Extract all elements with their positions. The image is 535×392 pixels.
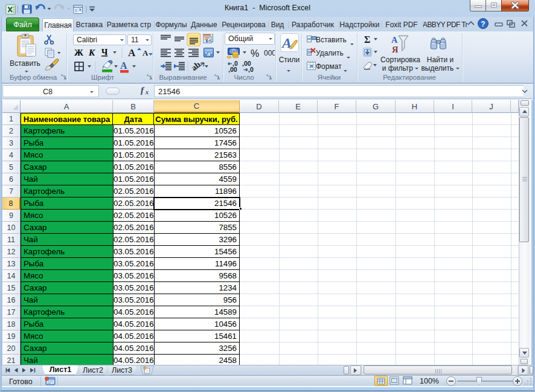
svg-text:ab: ab <box>190 60 202 72</box>
svg-text:А: А <box>120 60 127 71</box>
svg-text:Σ: Σ <box>364 34 370 45</box>
svg-text:А: А <box>128 47 136 59</box>
svg-text:000: 000 <box>264 49 275 57</box>
svg-text:Ч: Ч <box>101 48 108 57</box>
svg-text:А: А <box>391 35 398 45</box>
svg-text:Ж: Ж <box>74 48 83 57</box>
svg-text:a: a <box>207 50 210 57</box>
svg-text:Я: Я <box>392 45 399 54</box>
svg-text:,0: ,0 <box>248 66 254 73</box>
svg-text:K: K <box>88 48 95 57</box>
svg-text:,00: ,00 <box>228 66 237 73</box>
svg-text:%: % <box>251 48 259 59</box>
svg-text:?: ? <box>481 20 485 28</box>
svg-text:А: А <box>143 48 149 57</box>
